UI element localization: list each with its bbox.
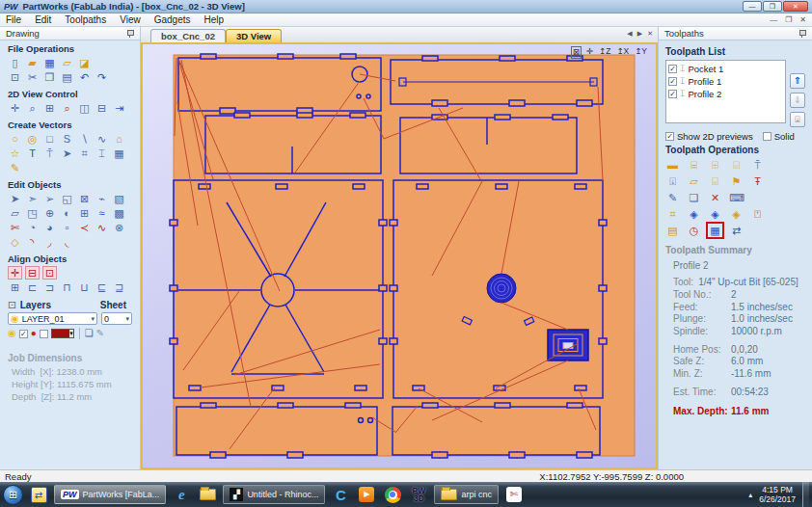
partworks-3d-icon[interactable]: PW 3D	[408, 485, 429, 504]
layer-visible-checkbox[interactable]: ✓	[19, 330, 28, 338]
pin-icon[interactable]	[798, 29, 806, 38]
smooth-icon[interactable]: ∿	[95, 221, 109, 234]
undo-icon[interactable]: ↶	[77, 70, 92, 84]
tab-close-icon[interactable]: ✕	[647, 30, 653, 38]
prism-carve-icon[interactable]: ⍗	[665, 174, 680, 188]
transform-icon[interactable]: ➢	[42, 192, 57, 205]
select-text-icon[interactable]: ➤	[60, 147, 74, 160]
reset-preview-icon[interactable]: ▤	[665, 224, 680, 237]
z-view-icon[interactable]: ↥Z	[598, 46, 611, 59]
resize-list-button[interactable]: ⍗	[790, 112, 805, 127]
menu-toolpaths[interactable]: Toolpaths	[65, 14, 106, 25]
select-icon[interactable]: ➤	[8, 192, 22, 205]
pan-icon[interactable]: ✛	[8, 101, 22, 115]
menu-gadgets[interactable]: Gadgets	[154, 14, 191, 25]
toolpath-profile-1[interactable]: ✓ ⌶ Profile 1	[668, 75, 783, 88]
zoom-in-icon[interactable]: ⌕	[25, 101, 40, 115]
delete-vector-icon[interactable]: ⊠	[77, 192, 92, 205]
paste-icon[interactable]: ▤	[60, 70, 74, 84]
align-top-icon[interactable]: ⊓	[60, 280, 74, 294]
polyline-icon[interactable]: S	[60, 132, 74, 146]
iso-view-icon[interactable]: ⊠	[571, 46, 582, 59]
minimize-button[interactable]: —	[743, 1, 762, 12]
cut-icon[interactable]: ✂	[25, 70, 40, 84]
edit-toolpath-icon[interactable]: ✎	[665, 191, 680, 204]
taskbar-rhino-button[interactable]: ▞ Untitled - Rhinoc...	[223, 485, 325, 504]
nesting-icon[interactable]: ▩	[112, 206, 126, 220]
delete-toolpath-icon[interactable]: ✕	[708, 191, 722, 204]
mdi-minimize-button[interactable]: —	[770, 15, 777, 24]
tray-expand-icon[interactable]: ▴	[748, 491, 752, 499]
menu-view[interactable]: View	[120, 14, 141, 25]
profile-toolpath-icon[interactable]: ▬	[665, 158, 680, 172]
new-file-icon[interactable]: ▯	[8, 56, 22, 69]
measure-icon[interactable]: ◱	[60, 192, 74, 205]
open-file-icon[interactable]: ▰	[25, 56, 40, 69]
tab-box-cnc-02[interactable]: box_Cnc_02	[150, 29, 226, 42]
vcarve-toolpath-icon[interactable]: ⍑	[750, 158, 765, 172]
layer-visible-icon[interactable]: ◉	[8, 329, 16, 338]
y-view-icon[interactable]: ↥Y	[634, 46, 648, 59]
ellipse-icon[interactable]: ◎	[25, 132, 40, 146]
grid-icon[interactable]: ▦	[112, 147, 126, 160]
save-file-icon[interactable]: ▦	[42, 56, 57, 69]
distort-icon[interactable]: ▧	[112, 192, 126, 205]
taskbar-partworks-button[interactable]: PW PartWorks [FabLa...	[54, 485, 166, 504]
redo-icon[interactable]: ↷	[95, 70, 109, 84]
file-explorer-icon[interactable]	[197, 485, 218, 504]
blue-c-app-icon[interactable]: C	[330, 485, 351, 504]
layer-lock-checkbox[interactable]	[40, 330, 48, 338]
delete-preview-icon[interactable]: ⍞	[750, 207, 765, 221]
space-h-icon[interactable]: ⊑	[95, 280, 109, 294]
circle-icon[interactable]: ○	[8, 132, 22, 146]
layer-select[interactable]: ◉ LAYER_01 ▾	[8, 312, 97, 325]
align-center-icon[interactable]: ⊞	[8, 280, 22, 294]
layer-merge-icon[interactable]: ✎	[96, 329, 104, 338]
trim-icon[interactable]: ✄	[8, 221, 22, 234]
pin-icon[interactable]	[126, 29, 134, 38]
drill-peck-icon[interactable]: ⚑	[729, 174, 744, 188]
export-file-icon[interactable]: ◪	[77, 56, 92, 69]
select-all-icon[interactable]: ⊡	[8, 70, 22, 84]
axes-3d-icon[interactable]: ✛	[585, 46, 594, 59]
preview-all-icon[interactable]: ◈	[708, 207, 722, 221]
switch-view-icon[interactable]: ⇥	[112, 101, 126, 115]
media-player-icon[interactable]: ▶	[356, 485, 377, 504]
solid-toggle[interactable]: Solid	[763, 131, 795, 142]
moulding-toolpath-icon[interactable]: ▱	[687, 174, 701, 188]
design-view[interactable]	[143, 44, 656, 467]
polygon-edit-icon[interactable]: ◇	[8, 235, 22, 249]
estimate-time-icon[interactable]: ◷	[687, 224, 701, 237]
zoom-selected-icon[interactable]: ⌕	[60, 101, 74, 115]
move-icon[interactable]: ▱	[8, 206, 22, 220]
duplicate-toolpath-icon[interactable]: ❏	[687, 191, 701, 204]
pocket-toolpath-icon[interactable]: ⌸	[687, 158, 701, 172]
center-icon[interactable]: ⊕	[42, 206, 57, 220]
preview-toolpath-icon[interactable]: ◈	[687, 207, 701, 221]
snipping-tool-icon[interactable]: ✄	[503, 485, 525, 504]
fluting-toolpath-icon[interactable]: ⌻	[708, 174, 722, 188]
explode-icon[interactable]: ⊗	[112, 221, 126, 234]
move-down-button[interactable]: ⇓	[790, 93, 805, 108]
zoom-width-icon[interactable]: ⊟	[95, 101, 109, 115]
align-bottom-icon[interactable]: ⊔	[77, 280, 92, 294]
preview-selected-icon[interactable]: ◈	[729, 207, 744, 221]
copy-icon[interactable]: ❐	[42, 70, 57, 84]
rectangle-icon[interactable]: □	[42, 132, 57, 146]
transfer-toolpath-icon[interactable]: ⇄	[729, 224, 744, 237]
subtract-icon[interactable]: ◕	[42, 221, 57, 234]
fillet-icon[interactable]: ⌁	[95, 192, 109, 205]
layer-color-swatch[interactable]: ▾	[51, 329, 74, 338]
toolpath-checkbox[interactable]: ✓	[668, 65, 677, 73]
curve-icon[interactable]: ∿	[95, 132, 109, 146]
recalculate-icon[interactable]: ⌨	[729, 191, 744, 204]
text-box-icon[interactable]: ⍑	[42, 147, 57, 160]
toolpath-checkbox[interactable]: ✓	[668, 77, 677, 86]
array-copy-icon[interactable]: ⊞	[77, 206, 92, 220]
space-v-icon[interactable]: ⊒	[112, 280, 126, 294]
drill-toolpath-icon[interactable]: ⌹	[708, 158, 722, 172]
v-center-align-icon[interactable]: ⊡	[42, 266, 57, 280]
arc-icon[interactable]: ◝	[25, 235, 40, 249]
show-2d-previews-toggle[interactable]: ✓ Show 2D previews	[665, 131, 753, 142]
design-canvas[interactable]: ⊠✛↥Z↥X↥Y	[141, 42, 658, 469]
